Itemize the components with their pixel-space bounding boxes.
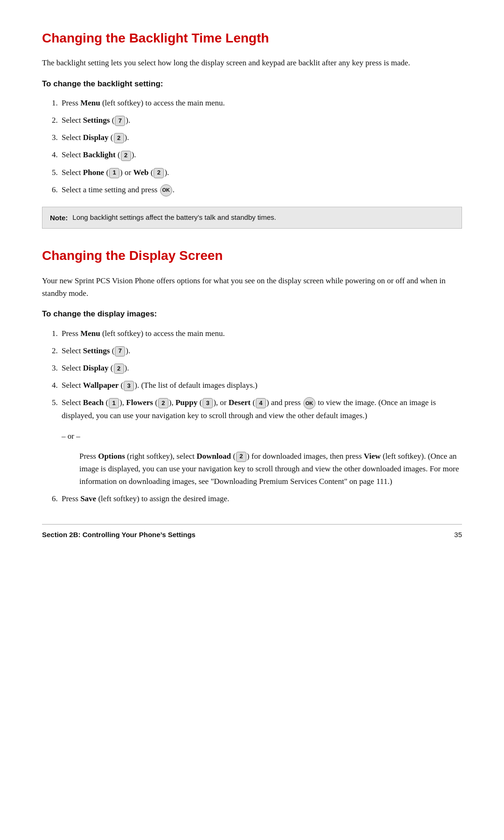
badge-7b: 7: [115, 346, 125, 357]
badge-3b: 3: [203, 398, 213, 408]
section-display: Changing the Display Screen Your new Spr…: [42, 245, 462, 505]
or-paragraph: Press Options (right softkey), select Do…: [79, 450, 462, 488]
section-title-display: Changing the Display Screen: [42, 245, 462, 266]
badge-3a: 3: [124, 381, 134, 391]
section-title-backlight: Changing the Backlight Time Length: [42, 28, 462, 48]
display-intro: Your new Sprint PCS Vision Phone offers …: [42, 274, 462, 300]
menu-bold-2: Menu: [80, 329, 100, 338]
badge-4a: 4: [256, 398, 266, 408]
display-step-2: Select Settings (7).: [60, 344, 462, 357]
backlight-bold: Backlight: [83, 150, 116, 159]
note-box-backlight: Note: Long backlight settings affect the…: [42, 207, 462, 229]
badge-1a: 1: [109, 168, 119, 178]
backlight-intro: The backlight setting lets you select ho…: [42, 56, 462, 69]
display-steps: Press Menu (left softkey) to access the …: [60, 327, 462, 505]
badge-7: 7: [115, 116, 125, 126]
display-bold: Display: [83, 133, 109, 142]
phone-bold: Phone: [83, 168, 104, 177]
or-separator: – or –: [62, 430, 462, 442]
menu-bold: Menu: [80, 98, 100, 107]
display-step-6: Press Save (left softkey) to assign the …: [60, 492, 462, 505]
download-bold: Download: [196, 452, 231, 461]
section-backlight: Changing the Backlight Time Length The b…: [42, 28, 462, 229]
display-step-1: Press Menu (left softkey) to access the …: [60, 327, 462, 340]
note-text-backlight: Long backlight settings affect the batte…: [72, 212, 276, 223]
badge-2b: 2: [121, 151, 131, 161]
wallpaper-bold: Wallpaper: [83, 381, 119, 390]
settings-bold: Settings: [83, 116, 110, 125]
note-label: Note:: [50, 212, 68, 224]
badge-1b: 1: [109, 398, 119, 408]
backlight-subheading: To change the backlight setting:: [42, 78, 462, 90]
display-step-4: Select Wallpaper (3). (The list of defau…: [60, 379, 462, 392]
backlight-step-4: Select Backlight (2).: [60, 148, 462, 161]
badge-2d: 2: [114, 364, 124, 374]
desert-bold: Desert: [229, 398, 251, 407]
backlight-step-5: Select Phone (1) or Web (2).: [60, 166, 462, 179]
beach-bold: Beach: [83, 398, 104, 407]
settings-bold-2: Settings: [83, 346, 110, 355]
backlight-step-2: Select Settings (7).: [60, 114, 462, 126]
footer-left: Section 2B: Controlling Your Phone’s Set…: [42, 529, 196, 540]
badge-2a: 2: [114, 133, 124, 143]
backlight-steps: Press Menu (left softkey) to access the …: [60, 97, 462, 196]
footer-right: 35: [454, 529, 462, 540]
badge-2f: 2: [236, 452, 246, 462]
badge-2e: 2: [158, 398, 168, 408]
display-subheading: To change the display images:: [42, 308, 462, 320]
footer: Section 2B: Controlling Your Phone’s Set…: [42, 524, 462, 540]
save-bold: Save: [80, 494, 96, 503]
display-bold-2: Display: [83, 364, 109, 372]
backlight-step-1: Press Menu (left softkey) to access the …: [60, 97, 462, 109]
ok-badge-2: OK: [303, 397, 315, 409]
backlight-step-3: Select Display (2).: [60, 131, 462, 144]
badge-2c: 2: [154, 168, 164, 178]
flowers-bold: Flowers: [126, 398, 153, 407]
ok-badge-1: OK: [160, 184, 172, 196]
view-bold: View: [364, 452, 381, 461]
options-bold: Options: [98, 452, 125, 461]
backlight-step-6: Select a time setting and press OK.: [60, 183, 462, 196]
display-step-3: Select Display (2).: [60, 362, 462, 374]
display-step-5: Select Beach (1), Flowers (2), Puppy (3)…: [60, 396, 462, 488]
puppy-bold: Puppy: [175, 398, 197, 407]
web-bold: Web: [133, 168, 148, 177]
